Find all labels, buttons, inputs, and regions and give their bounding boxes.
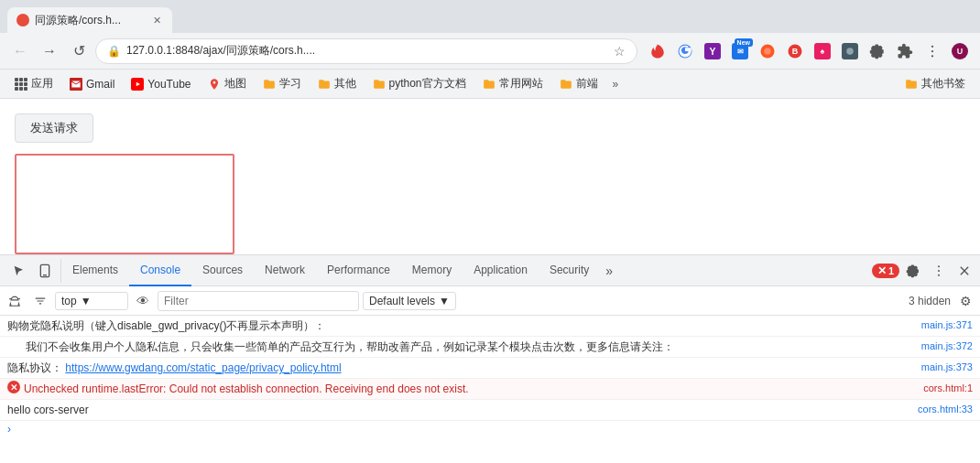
toolbar-icon-2[interactable] [672,38,698,64]
maps-icon [208,78,221,91]
console-filter-input[interactable] [158,291,359,311]
folder-icon-common [483,78,495,91]
toolbar-icon-new[interactable]: ✉ New [727,38,753,64]
console-level-selector[interactable]: Default levels ▼ [363,292,456,310]
msg2-text: 我们不会收集用户个人隐私信息，只会收集一些简单的产品交互行为，帮助改善产品，例如… [26,339,914,355]
bookmark-gmail-label: Gmail [86,78,114,91]
bookmark-apps[interactable]: 应用 [7,72,60,95]
reload-button[interactable]: ↺ [66,38,92,64]
toolbar-icon-1[interactable] [645,38,670,64]
lock-icon: 🔒 [107,45,121,58]
folder-icon-python [373,78,386,91]
context-value: top [61,295,77,307]
console-context-selector[interactable]: top ▼ [55,292,128,310]
devtools-close-button[interactable] [953,259,976,283]
bookmark-star-icon[interactable]: ☆ [614,44,626,59]
toolbar-profile-icon[interactable]: U [947,38,973,64]
tab-elements[interactable]: Elements [61,255,129,286]
svg-point-12 [846,48,854,55]
folder-icon-other-bookmarks [905,78,918,91]
device-toolbar-icon[interactable] [33,259,57,283]
bookmark-other-label: 其他 [334,76,356,92]
svg-rect-22 [43,275,47,275]
toolbar-icons: Y ✉ New B ♠ [645,38,973,64]
context-dropdown-icon: ▼ [81,295,92,307]
svg-text:✉: ✉ [737,48,744,56]
address-bar[interactable]: 🔒 127.0.0.1:8848/ajax/同源策略/cors.h.... ☆ [95,38,637,64]
console-message-4: ✕ Unchecked runtime.lastError: Could not… [0,379,980,400]
console-filter-icon[interactable] [29,290,51,312]
devtools-left-icons [4,259,61,283]
console-messages-area: 购物党隐私说明（键入disable_gwd_privacy()不再显示本声明）：… [0,316,980,463]
folder-icon-other [318,78,331,91]
toolbar-icon-3[interactable]: Y [700,38,725,64]
toolbar-menu-icon[interactable] [920,38,945,64]
msg2-source[interactable]: main.js:372 [914,339,973,354]
console-prompt[interactable]: › [0,421,980,437]
tab-security[interactable]: Security [539,255,600,286]
element-picker-icon[interactable] [7,259,31,283]
tab-performance[interactable]: Performance [316,255,401,286]
msg4-text: Unchecked runtime.lastError: Could not e… [24,381,916,397]
console-message-1: 购物党隐私说明（键入disable_gwd_privacy()不再显示本声明）：… [0,316,980,337]
bookmark-maps[interactable]: 地图 [201,72,254,95]
msg1-text: 购物党隐私说明（键入disable_gwd_privacy()不再显示本声明）： [7,318,914,334]
msg3-text: 隐私协议： https://www.gwdang.com/static_page… [7,360,914,376]
msg5-text: hello cors-server [7,402,910,418]
bookmark-gmail[interactable]: Gmail [62,74,122,94]
console-message-5: hello cors-server cors.html:33 [0,400,980,421]
devtools-settings-icon[interactable] [901,259,925,283]
back-button[interactable]: ← [7,38,33,64]
tab-console[interactable]: Console [129,255,191,286]
bookmark-other[interactable]: 其他 [310,72,364,95]
bookmark-youtube[interactable]: YouTube [124,74,198,94]
devtools-toolbar: Elements Console Sources Network Perform… [0,255,980,286]
new-badge: New [735,38,753,47]
devtools-more-tabs[interactable]: » [600,255,618,286]
toolbar-icon-8[interactable] [837,38,863,64]
msg5-source[interactable]: cors.html:33 [910,402,973,417]
level-dropdown-icon: ▼ [439,295,450,307]
forward-button[interactable]: → [37,38,62,64]
tab-application[interactable]: Application [463,255,539,286]
svg-text:♠: ♠ [821,47,825,56]
error-count-badge[interactable]: ✕ 1 [872,264,899,278]
svg-text:U: U [957,47,964,56]
devtools-panel: Elements Console Sources Network Perform… [0,254,980,463]
msg3-source[interactable]: main.js:373 [914,360,973,375]
tab-close-button[interactable]: ✕ [150,14,163,27]
bookmark-maps-label: 地图 [224,76,246,92]
toolbar-extensions-icon[interactable] [892,38,918,64]
bookmark-study[interactable]: 学习 [256,72,309,95]
bookmark-common-label: 常用网站 [499,76,543,92]
tab-memory[interactable]: Memory [401,255,463,286]
console-message-3: 隐私协议： https://www.gwdang.com/static_page… [0,358,980,379]
bookmark-other-bookmarks-label: 其他书签 [921,76,965,92]
folder-icon-frontend [560,78,572,91]
svg-point-25 [938,274,940,275]
msg1-source[interactable]: main.js:371 [914,318,973,333]
tab-network[interactable]: Network [254,255,316,286]
browser-tab[interactable]: 同源策略/cors.h... ✕ [7,7,172,33]
console-settings-icon[interactable]: ⚙ [954,290,976,312]
toolbar-settings-icon[interactable] [865,38,890,64]
bookmark-common[interactable]: 常用网站 [475,72,550,95]
msg4-source[interactable]: cors.html:1 [916,381,973,396]
send-request-button[interactable]: 发送请求 [15,113,93,143]
bookmark-frontend[interactable]: 前端 [552,72,605,95]
svg-point-23 [938,265,940,267]
toolbar-icon-7[interactable]: ♠ [810,38,835,64]
svg-text:B: B [792,47,799,56]
console-clear-button[interactable] [4,290,26,312]
privacy-link[interactable]: https://www.gwdang.com/static_page/priva… [65,361,341,374]
devtools-more-menu-icon[interactable] [927,259,951,283]
bookmark-python[interactable]: python官方文档 [365,72,474,95]
bookmark-other-bookmarks[interactable]: 其他书签 [898,72,973,95]
more-bookmarks-button[interactable]: » [607,74,625,94]
tab-sources[interactable]: Sources [191,255,254,286]
tab-favicon [16,14,29,27]
toolbar-icon-5[interactable] [755,38,780,64]
toolbar-icon-6[interactable]: B [782,38,808,64]
console-eye-icon[interactable]: 👁 [132,290,154,312]
svg-point-14 [931,49,933,51]
